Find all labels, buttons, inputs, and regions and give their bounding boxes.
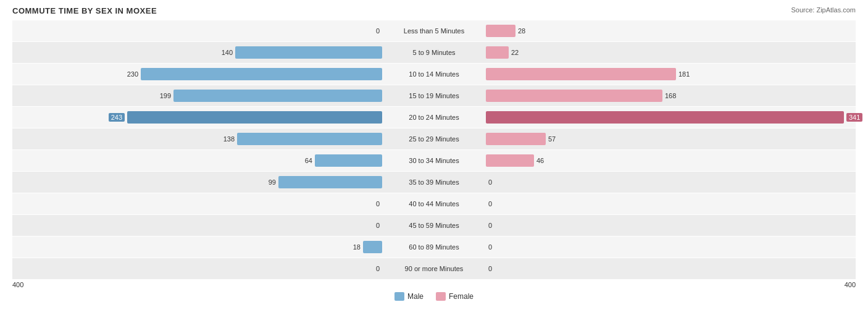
right-section: 168 (483, 85, 856, 106)
val-female: 181 (678, 70, 690, 78)
bar-female (486, 25, 515, 37)
val-female: 341 (846, 113, 862, 122)
val-male: 18 (353, 243, 361, 251)
val-female: 0 (488, 178, 492, 186)
right-section: 341 (483, 107, 856, 128)
row-label: 5 to 9 Minutes (385, 49, 483, 56)
row-label: 15 to 19 Minutes (385, 92, 483, 99)
table-row: 0Less than 5 Minutes28 (12, 20, 856, 41)
row-label: 30 to 34 Minutes (385, 157, 483, 164)
left-section: 138 (12, 128, 385, 149)
val-male: 138 (223, 135, 235, 143)
right-section: 0 (483, 215, 856, 236)
table-row: 24320 to 24 Minutes341 (12, 107, 856, 128)
val-male: 140 (222, 49, 233, 56)
table-row: 1860 to 89 Minutes0 (12, 237, 856, 258)
left-section: 140 (12, 42, 385, 63)
val-female: 0 (488, 200, 492, 208)
val-male: 0 (376, 27, 380, 35)
table-row: 13825 to 29 Minutes57 (12, 128, 856, 149)
bar-female (486, 68, 676, 80)
axis-right: 400 (845, 281, 856, 288)
chart-title: COMMUTE TIME BY SEX IN MOXEE (12, 6, 856, 15)
right-section: 28 (483, 20, 856, 41)
bar-female (486, 111, 844, 124)
axis-left: 400 (12, 281, 23, 288)
val-female: 57 (548, 135, 556, 143)
row-label: 10 to 14 Minutes (385, 70, 483, 78)
left-section: 64 (12, 150, 385, 171)
val-male: 64 (305, 157, 312, 164)
table-row: 23010 to 14 Minutes181 (12, 64, 856, 85)
val-female: 0 (488, 243, 492, 251)
val-male: 0 (376, 222, 380, 229)
val-female: 0 (488, 222, 492, 229)
row-label: 35 to 39 Minutes (385, 178, 483, 186)
right-section: 0 (483, 258, 856, 279)
left-section: 0 (12, 258, 385, 279)
right-section: 0 (483, 237, 856, 258)
left-section: 0 (12, 20, 385, 41)
axis-labels: 400 400 (12, 281, 856, 288)
bar-male (278, 176, 382, 188)
legend-male-label: Male (407, 292, 424, 301)
chart-container: COMMUTE TIME BY SEX IN MOXEE Source: Zip… (0, 0, 868, 323)
bar-female (486, 133, 546, 145)
table-row: 9935 to 39 Minutes0 (12, 172, 856, 193)
right-section: 0 (483, 193, 856, 214)
bar-male (141, 68, 382, 80)
val-male: 243 (109, 113, 125, 122)
left-section: 99 (12, 172, 385, 193)
legend: Male Female (12, 292, 856, 301)
row-label: Less than 5 Minutes (385, 27, 483, 35)
left-section: 199 (12, 85, 385, 106)
val-male: 99 (269, 178, 276, 186)
val-male: 0 (376, 200, 380, 208)
val-male: 199 (160, 92, 171, 99)
row-label: 20 to 24 Minutes (385, 114, 483, 121)
left-section: 243 (12, 107, 385, 128)
row-label: 45 to 59 Minutes (385, 222, 483, 229)
left-section: 230 (12, 64, 385, 85)
table-row: 6430 to 34 Minutes46 (12, 150, 856, 171)
left-section: 18 (12, 237, 385, 258)
legend-female-label: Female (449, 292, 474, 301)
table-row: 040 to 44 Minutes0 (12, 193, 856, 214)
legend-male: Male (394, 292, 424, 301)
legend-female-box (436, 292, 446, 301)
bar-male (173, 90, 382, 102)
val-female: 168 (665, 92, 676, 99)
table-row: 19915 to 19 Minutes168 (12, 85, 856, 106)
val-female: 46 (536, 157, 544, 164)
table-row: 1405 to 9 Minutes22 (12, 42, 856, 63)
table-row: 045 to 59 Minutes0 (12, 215, 856, 236)
left-section: 0 (12, 215, 385, 236)
source-label: Source: ZipAtlas.com (791, 6, 856, 14)
val-female: 22 (511, 49, 519, 56)
row-label: 60 to 89 Minutes (385, 243, 483, 251)
legend-female: Female (436, 292, 474, 301)
val-male: 230 (127, 70, 138, 78)
bar-male (237, 133, 382, 145)
row-label: 90 or more Minutes (385, 265, 483, 272)
right-section: 22 (483, 42, 856, 63)
row-label: 25 to 29 Minutes (385, 135, 483, 143)
bars-area: 0Less than 5 Minutes281405 to 9 Minutes2… (12, 20, 856, 280)
bar-male (235, 46, 382, 59)
right-section: 57 (483, 128, 856, 149)
right-section: 46 (483, 150, 856, 171)
bar-male (315, 154, 382, 167)
val-female: 28 (518, 27, 525, 35)
legend-male-box (394, 292, 404, 301)
bar-male (363, 241, 382, 253)
val-female: 0 (488, 265, 492, 272)
right-section: 181 (483, 64, 856, 85)
bar-female (486, 46, 509, 59)
right-section: 0 (483, 172, 856, 193)
bar-female (486, 154, 534, 167)
table-row: 090 or more Minutes0 (12, 258, 856, 279)
row-label: 40 to 44 Minutes (385, 200, 483, 208)
bar-male (127, 111, 382, 124)
bar-female (486, 90, 662, 102)
left-section: 0 (12, 193, 385, 214)
